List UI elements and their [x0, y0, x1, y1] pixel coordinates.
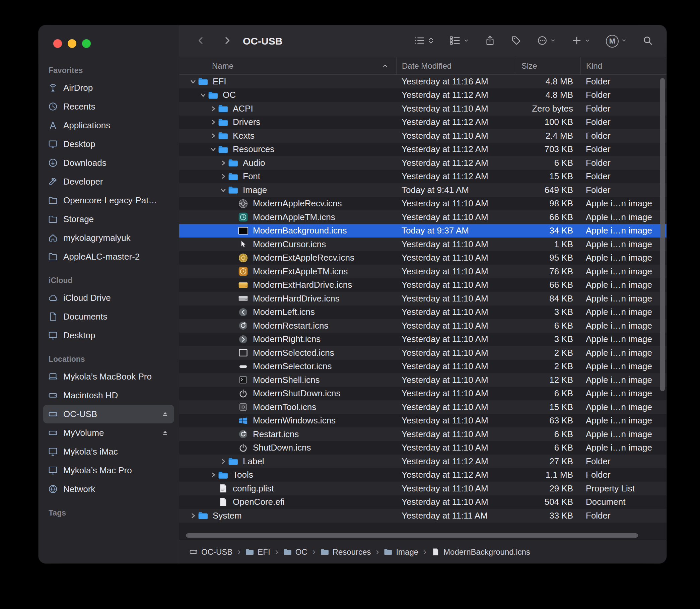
more-actions-button[interactable] [537, 35, 556, 47]
file-row-opencore-efi[interactable]: OpenCore.efiYesterday at 11:10 AM504 KBD… [179, 495, 666, 509]
disclosure-triangle[interactable] [208, 119, 218, 125]
file-row-tools[interactable]: ToolsYesterday at 11:12 AM1.1 MBFolder [179, 468, 666, 482]
search-button[interactable] [642, 35, 653, 47]
sidebar-item-myvolume[interactable]: MyVolume [43, 423, 174, 442]
disclosure-triangle[interactable] [208, 106, 218, 111]
sidebar-item-downloads[interactable]: Downloads [43, 153, 174, 172]
kind-cell: Folder [580, 510, 666, 521]
file-row-modernshutdown-icns[interactable]: ModernShutDown.icnsYesterday at 11:10 AM… [179, 387, 666, 401]
disclosure-triangle[interactable] [208, 146, 218, 152]
file-row-modernleft-icns[interactable]: ModernLeft.icnsYesterday at 11:10 AM3 KB… [179, 306, 666, 319]
column-header-date-modified[interactable]: Date Modified [396, 57, 516, 74]
file-row-font[interactable]: FontYesterday at 11:12 AM15 KBFolder [179, 170, 666, 184]
sidebar-section-title: Tags [43, 499, 174, 521]
kind-cell: Folder [580, 90, 666, 100]
column-header-kind[interactable]: Kind [580, 57, 666, 74]
file-row-modernwindows-icns[interactable]: ModernWindows.icnsYesterday at 11:10 AM6… [179, 414, 666, 428]
sidebar-item-network[interactable]: Network [43, 480, 174, 499]
file-row-modernextharddrive-icns[interactable]: ModernExtHardDrive.icnsYesterday at 11:1… [179, 278, 666, 292]
disclosure-triangle[interactable] [208, 133, 218, 139]
sidebar-item-storage[interactable]: Storage [43, 210, 174, 228]
back-icon [196, 35, 206, 47]
sidebar-item-airdrop[interactable]: AirDrop [43, 79, 174, 97]
file-row-modernselected-icns[interactable]: ModernSelected.icnsYesterday at 11:10 AM… [179, 346, 666, 360]
sidebar-item-mykola-s-mac-pro[interactable]: Mykola’s Mac Pro [43, 461, 174, 480]
file-row-moderntool-icns[interactable]: ModernTool.icnsYesterday at 11:10 AM15 K… [179, 400, 666, 414]
view-button[interactable] [414, 35, 434, 47]
file-row-efi[interactable]: EFIYesterday at 11:16 AM4.8 MBFolder [179, 75, 666, 88]
file-row-shutdown-icns[interactable]: ShutDown.icnsYesterday at 11:10 AM6 KBAp… [179, 441, 666, 455]
eject-button[interactable] [161, 429, 170, 437]
forward-button[interactable] [222, 35, 233, 48]
file-row-restart-icns[interactable]: Restart.icnsYesterday at 11:10 AM6 KBApp… [179, 428, 666, 441]
path-item-efi[interactable]: EFI [245, 547, 270, 557]
sidebar-item-macintosh-hd[interactable]: Macintosh HD [43, 386, 174, 405]
sidebar-item-developer[interactable]: Developer [43, 172, 174, 191]
file-row-resources[interactable]: ResourcesYesterday at 11:12 AM703 KBFold… [179, 143, 666, 156]
add-button[interactable] [572, 35, 591, 47]
file-row-oc[interactable]: OCYesterday at 11:12 AM4.8 MBFolder [179, 88, 666, 102]
sidebar-item-documents[interactable]: Documents [43, 307, 174, 326]
column-header-size[interactable]: Size [516, 57, 580, 74]
disclosure-triangle[interactable] [218, 160, 228, 166]
back-button[interactable] [195, 35, 207, 48]
sidebar-item-opencore-legacy-pat[interactable]: Opencore-Legacy-Pat… [43, 191, 174, 210]
file-row-modernshell-icns[interactable]: ModernShell.icnsYesterday at 11:10 AM12 … [179, 373, 666, 387]
vertical-scrollbar-thumb[interactable] [660, 78, 665, 391]
file-row-drivers[interactable]: DriversYesterday at 11:12 AM100 KBFolder [179, 116, 666, 129]
group-button[interactable] [449, 35, 469, 47]
sidebar-item-desktop[interactable]: Desktop [43, 135, 174, 153]
file-row-modernrestart-icns[interactable]: ModernRestart.icnsYesterday at 11:10 AM6… [179, 319, 666, 333]
minimize-button[interactable] [68, 39, 76, 48]
horizontal-scrollbar-thumb[interactable] [186, 533, 638, 538]
sidebar-item-mykolagrymalyuk[interactable]: mykolagrymalyuk [43, 228, 174, 247]
file-row-modernextapplerecv-icns[interactable]: ModernExtAppleRecv.icnsYesterday at 11:1… [179, 251, 666, 265]
file-row-modernselector-icns[interactable]: ModernSelector.icnsYesterday at 11:10 AM… [179, 360, 666, 373]
file-row-audio[interactable]: AudioYesterday at 11:12 AM6 KBFolder [179, 156, 666, 170]
disclosure-triangle[interactable] [218, 187, 228, 193]
file-row-kexts[interactable]: KextsYesterday at 11:10 AM2.4 MBFolder [179, 129, 666, 143]
file-row-modernright-icns[interactable]: ModernRight.icnsYesterday at 11:10 AM3 K… [179, 333, 666, 346]
account-button[interactable]: M [606, 35, 627, 48]
disclosure-triangle[interactable] [188, 79, 198, 84]
disclosure-triangle[interactable] [208, 472, 218, 478]
file-row-modernbackground-icns[interactable]: ModernBackground.icnsToday at 9:37 AM34 … [179, 224, 666, 238]
disclosure-triangle[interactable] [198, 92, 208, 98]
file-row-modernharddrive-icns[interactable]: ModernHardDrive.icnsYesterday at 11:10 A… [179, 292, 666, 306]
sidebar-item-icloud-drive[interactable]: iCloud Drive [43, 289, 174, 307]
disclosure-triangle[interactable] [218, 458, 228, 464]
eject-button[interactable] [161, 410, 170, 418]
path-item-resources[interactable]: Resources [320, 547, 371, 557]
tag-button[interactable] [511, 35, 522, 47]
sidebar-item-applealc-master-2[interactable]: AppleALC-master-2 [43, 247, 174, 266]
disclosure-triangle[interactable] [218, 174, 228, 179]
sidebar-item-oc-usb[interactable]: OC-USB [43, 405, 174, 423]
column-header-name[interactable]: Name [179, 57, 396, 74]
share-button[interactable] [485, 35, 495, 47]
disclosure-triangle[interactable] [188, 513, 198, 519]
sidebar-item-desktop[interactable]: Desktop [43, 326, 174, 345]
path-item-modernbackground-icns[interactable]: ModernBackground.icns [432, 547, 530, 557]
file-row-acpi[interactable]: ACPIYesterday at 11:10 AMZero bytesFolde… [179, 102, 666, 116]
size-cell: 649 KB [516, 185, 580, 195]
sidebar-item-applications[interactable]: Applications [43, 116, 174, 135]
file-row-moderncursor-icns[interactable]: ModernCursor.icnsYesterday at 11:10 AM1 … [179, 238, 666, 251]
sidebar-item-label: Downloads [63, 158, 106, 168]
path-item-oc[interactable]: OC [283, 547, 308, 557]
file-name: ModernRestart.icns [253, 320, 328, 331]
file-row-modernappletm-icns[interactable]: ModernAppleTM.icnsYesterday at 11:10 AM6… [179, 210, 666, 224]
file-row-config-plist[interactable]: config.plistYesterday at 11:10 AM29 KBPr… [179, 482, 666, 495]
file-row-label[interactable]: LabelYesterday at 11:12 AM27 KBFolder [179, 455, 666, 468]
file-row-image[interactable]: ImageToday at 9:41 AM649 KBFolder [179, 183, 666, 197]
path-item-image[interactable]: Image [384, 547, 418, 557]
file-name: Label [243, 456, 264, 467]
sidebar-item-recents[interactable]: Recents [43, 97, 174, 116]
sidebar-item-mykola-s-macbook-pro[interactable]: Mykola’s MacBook Pro [43, 367, 174, 386]
close-button[interactable] [53, 39, 62, 48]
file-row-modernapplerecv-icns[interactable]: ModernAppleRecv.icnsYesterday at 11:10 A… [179, 197, 666, 211]
file-row-modernextappletm-icns[interactable]: ModernExtAppleTM.icnsYesterday at 11:10 … [179, 265, 666, 278]
sidebar-item-mykola-s-imac[interactable]: Mykola’s iMac [43, 442, 174, 461]
zoom-button[interactable] [82, 39, 91, 48]
file-row-system[interactable]: SystemYesterday at 11:11 AM33 KBFolder [179, 509, 666, 523]
path-item-oc-usb[interactable]: OC-USB [189, 547, 232, 557]
